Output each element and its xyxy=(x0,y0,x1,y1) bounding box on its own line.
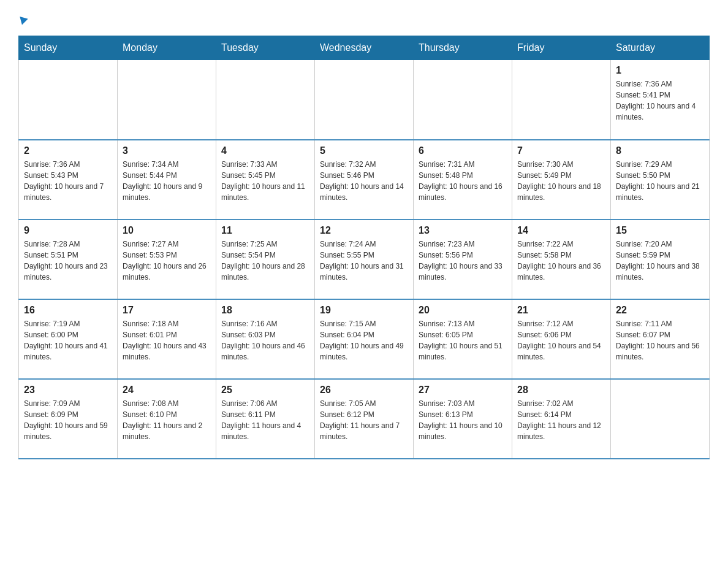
calendar-day xyxy=(118,60,216,140)
calendar-day xyxy=(611,379,710,459)
calendar-table: SundayMondayTuesdayWednesdayThursdayFrid… xyxy=(18,36,710,459)
day-number: 2 xyxy=(24,145,112,156)
day-number: 9 xyxy=(24,225,112,236)
day-number: 7 xyxy=(517,145,605,156)
calendar-week-3: 9Sunrise: 7:28 AMSunset: 5:51 PMDaylight… xyxy=(19,220,710,299)
calendar-day: 21Sunrise: 7:12 AMSunset: 6:06 PMDayligh… xyxy=(512,299,611,379)
day-number: 14 xyxy=(517,225,605,236)
calendar-day: 20Sunrise: 7:13 AMSunset: 6:05 PMDayligh… xyxy=(414,299,512,379)
day-info: Sunrise: 7:31 AMSunset: 5:48 PMDaylight:… xyxy=(419,159,507,203)
calendar-day: 17Sunrise: 7:18 AMSunset: 6:01 PMDayligh… xyxy=(118,299,216,379)
calendar-day: 15Sunrise: 7:20 AMSunset: 5:59 PMDayligh… xyxy=(611,220,710,299)
day-info: Sunrise: 7:09 AMSunset: 6:09 PMDaylight:… xyxy=(24,398,112,442)
day-info: Sunrise: 7:36 AMSunset: 5:43 PMDaylight:… xyxy=(24,159,112,203)
day-info: Sunrise: 7:18 AMSunset: 6:01 PMDaylight:… xyxy=(123,318,211,362)
svg-marker-0 xyxy=(20,15,29,25)
calendar-day xyxy=(315,60,414,140)
calendar-day: 2Sunrise: 7:36 AMSunset: 5:43 PMDaylight… xyxy=(19,140,118,220)
calendar-day: 18Sunrise: 7:16 AMSunset: 6:03 PMDayligh… xyxy=(216,299,315,379)
day-info: Sunrise: 7:16 AMSunset: 6:03 PMDaylight:… xyxy=(221,318,309,362)
weekday-header-friday: Friday xyxy=(512,36,611,60)
calendar-week-2: 2Sunrise: 7:36 AMSunset: 5:43 PMDaylight… xyxy=(19,140,710,220)
day-info: Sunrise: 7:30 AMSunset: 5:49 PMDaylight:… xyxy=(517,159,605,203)
day-info: Sunrise: 7:06 AMSunset: 6:11 PMDaylight:… xyxy=(221,398,309,442)
day-info: Sunrise: 7:11 AMSunset: 6:07 PMDaylight:… xyxy=(616,318,704,362)
day-info: Sunrise: 7:32 AMSunset: 5:46 PMDaylight:… xyxy=(320,159,408,203)
day-number: 11 xyxy=(221,225,309,236)
calendar-day: 9Sunrise: 7:28 AMSunset: 5:51 PMDaylight… xyxy=(19,220,118,299)
weekday-header-monday: Monday xyxy=(118,36,216,60)
day-number: 27 xyxy=(419,385,507,396)
day-number: 10 xyxy=(123,225,211,236)
day-number: 13 xyxy=(419,225,507,236)
day-number: 23 xyxy=(24,385,112,396)
calendar-week-5: 23Sunrise: 7:09 AMSunset: 6:09 PMDayligh… xyxy=(19,379,710,459)
calendar-day: 5Sunrise: 7:32 AMSunset: 5:46 PMDaylight… xyxy=(315,140,414,220)
day-info: Sunrise: 7:02 AMSunset: 6:14 PMDaylight:… xyxy=(517,398,605,442)
calendar-day xyxy=(414,60,512,140)
calendar-day: 1Sunrise: 7:36 AMSunset: 5:41 PMDaylight… xyxy=(611,60,710,140)
weekday-header-wednesday: Wednesday xyxy=(315,36,414,60)
calendar-day xyxy=(19,60,118,140)
day-info: Sunrise: 7:24 AMSunset: 5:55 PMDaylight:… xyxy=(320,239,408,283)
calendar-day: 3Sunrise: 7:34 AMSunset: 5:44 PMDaylight… xyxy=(118,140,216,220)
calendar-day xyxy=(216,60,315,140)
day-info: Sunrise: 7:20 AMSunset: 5:59 PMDaylight:… xyxy=(616,239,704,283)
logo xyxy=(18,12,29,29)
day-info: Sunrise: 7:25 AMSunset: 5:54 PMDaylight:… xyxy=(221,239,309,283)
day-number: 4 xyxy=(221,145,309,156)
calendar-day xyxy=(512,60,611,140)
weekday-header-tuesday: Tuesday xyxy=(216,36,315,60)
calendar-day: 24Sunrise: 7:08 AMSunset: 6:10 PMDayligh… xyxy=(118,379,216,459)
day-number: 16 xyxy=(24,305,112,316)
calendar-day: 25Sunrise: 7:06 AMSunset: 6:11 PMDayligh… xyxy=(216,379,315,459)
calendar-day: 12Sunrise: 7:24 AMSunset: 5:55 PMDayligh… xyxy=(315,220,414,299)
day-number: 12 xyxy=(320,225,408,236)
calendar-day: 10Sunrise: 7:27 AMSunset: 5:53 PMDayligh… xyxy=(118,220,216,299)
calendar-day: 11Sunrise: 7:25 AMSunset: 5:54 PMDayligh… xyxy=(216,220,315,299)
logo-triangle-icon xyxy=(16,13,29,29)
day-number: 17 xyxy=(123,305,211,316)
day-info: Sunrise: 7:15 AMSunset: 6:04 PMDaylight:… xyxy=(320,318,408,362)
calendar-day: 6Sunrise: 7:31 AMSunset: 5:48 PMDaylight… xyxy=(414,140,512,220)
calendar-day: 14Sunrise: 7:22 AMSunset: 5:58 PMDayligh… xyxy=(512,220,611,299)
calendar-week-1: 1Sunrise: 7:36 AMSunset: 5:41 PMDaylight… xyxy=(19,60,710,140)
calendar-day: 26Sunrise: 7:05 AMSunset: 6:12 PMDayligh… xyxy=(315,379,414,459)
day-number: 19 xyxy=(320,305,408,316)
day-info: Sunrise: 7:22 AMSunset: 5:58 PMDaylight:… xyxy=(517,239,605,283)
day-number: 18 xyxy=(221,305,309,316)
day-number: 21 xyxy=(517,305,605,316)
day-info: Sunrise: 7:29 AMSunset: 5:50 PMDaylight:… xyxy=(616,159,704,203)
day-info: Sunrise: 7:23 AMSunset: 5:56 PMDaylight:… xyxy=(419,239,507,283)
day-number: 24 xyxy=(123,385,211,396)
day-info: Sunrise: 7:34 AMSunset: 5:44 PMDaylight:… xyxy=(123,159,211,203)
calendar-day: 28Sunrise: 7:02 AMSunset: 6:14 PMDayligh… xyxy=(512,379,611,459)
day-info: Sunrise: 7:13 AMSunset: 6:05 PMDaylight:… xyxy=(419,318,507,362)
calendar-week-4: 16Sunrise: 7:19 AMSunset: 6:00 PMDayligh… xyxy=(19,299,710,379)
day-number: 25 xyxy=(221,385,309,396)
day-info: Sunrise: 7:12 AMSunset: 6:06 PMDaylight:… xyxy=(517,318,605,362)
day-info: Sunrise: 7:03 AMSunset: 6:13 PMDaylight:… xyxy=(419,398,507,442)
calendar-day: 8Sunrise: 7:29 AMSunset: 5:50 PMDaylight… xyxy=(611,140,710,220)
calendar-day: 7Sunrise: 7:30 AMSunset: 5:49 PMDaylight… xyxy=(512,140,611,220)
calendar-day: 27Sunrise: 7:03 AMSunset: 6:13 PMDayligh… xyxy=(414,379,512,459)
day-number: 26 xyxy=(320,385,408,396)
weekday-header-sunday: Sunday xyxy=(19,36,118,60)
day-number: 3 xyxy=(123,145,211,156)
day-info: Sunrise: 7:36 AMSunset: 5:41 PMDaylight:… xyxy=(616,79,704,123)
day-number: 6 xyxy=(419,145,507,156)
day-number: 28 xyxy=(517,385,605,396)
day-number: 5 xyxy=(320,145,408,156)
day-info: Sunrise: 7:05 AMSunset: 6:12 PMDaylight:… xyxy=(320,398,408,442)
weekday-header-saturday: Saturday xyxy=(611,36,710,60)
calendar-day: 19Sunrise: 7:15 AMSunset: 6:04 PMDayligh… xyxy=(315,299,414,379)
calendar-day: 4Sunrise: 7:33 AMSunset: 5:45 PMDaylight… xyxy=(216,140,315,220)
day-number: 22 xyxy=(616,305,704,316)
day-info: Sunrise: 7:33 AMSunset: 5:45 PMDaylight:… xyxy=(221,159,309,203)
calendar-day: 22Sunrise: 7:11 AMSunset: 6:07 PMDayligh… xyxy=(611,299,710,379)
calendar-day: 23Sunrise: 7:09 AMSunset: 6:09 PMDayligh… xyxy=(19,379,118,459)
day-number: 15 xyxy=(616,225,704,236)
day-info: Sunrise: 7:27 AMSunset: 5:53 PMDaylight:… xyxy=(123,239,211,283)
weekday-header-row: SundayMondayTuesdayWednesdayThursdayFrid… xyxy=(19,36,710,60)
day-info: Sunrise: 7:08 AMSunset: 6:10 PMDaylight:… xyxy=(123,398,211,442)
